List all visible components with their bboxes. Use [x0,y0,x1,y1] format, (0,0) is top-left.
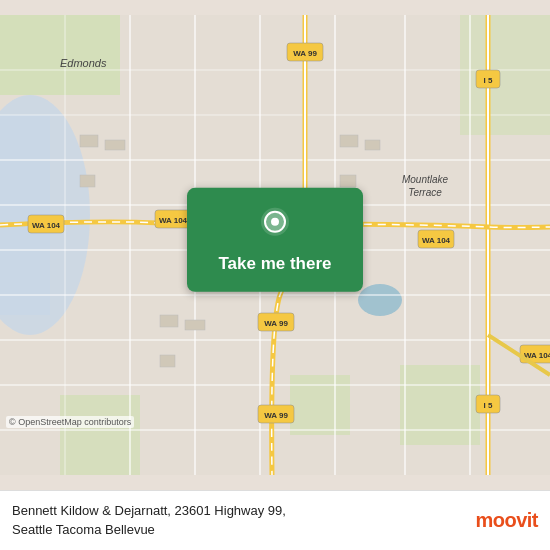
svg-rect-51 [80,135,98,147]
svg-text:I 5: I 5 [484,76,493,85]
svg-rect-58 [185,320,205,330]
moovit-logo-text: moovit [475,509,538,532]
app-container: WA 104 WA 104 WA 104 WA 99 WA 99 WA 99 I… [0,0,550,550]
svg-rect-57 [160,315,178,327]
svg-rect-6 [400,365,480,445]
svg-text:WA 104: WA 104 [32,221,61,230]
svg-text:WA 99: WA 99 [264,319,288,328]
svg-text:WA 99: WA 99 [264,411,288,420]
address-line2: Seattle Tacoma Bellevue [12,521,465,539]
moovit-logo: moovit [475,509,538,532]
svg-rect-7 [460,15,550,135]
map-copyright: © OpenStreetMap contributors [6,416,134,428]
info-bar: Bennett Kildow & Dejarnatt, 23601 Highwa… [0,490,550,550]
svg-rect-55 [365,140,380,150]
svg-text:I 5: I 5 [484,401,493,410]
svg-text:Edmonds: Edmonds [60,57,107,69]
svg-text:WA 104: WA 104 [159,216,188,225]
svg-text:WA 104: WA 104 [422,236,451,245]
svg-rect-53 [80,175,95,187]
svg-point-3 [358,284,402,316]
svg-rect-4 [0,15,120,95]
svg-rect-56 [340,175,356,187]
take-me-there-label: Take me there [218,254,331,274]
svg-text:Terrace: Terrace [408,187,442,198]
address-info: Bennett Kildow & Dejarnatt, 23601 Highwa… [12,502,465,538]
location-pin-icon [255,206,295,246]
svg-rect-59 [160,355,175,367]
svg-rect-8 [290,375,350,435]
take-me-there-button[interactable]: Take me there [187,188,363,292]
svg-rect-54 [340,135,358,147]
svg-text:Mountlake: Mountlake [402,174,449,185]
svg-text:WA 99: WA 99 [293,49,317,58]
svg-rect-52 [105,140,125,150]
svg-rect-5 [60,395,140,475]
map-area: WA 104 WA 104 WA 104 WA 99 WA 99 WA 99 I… [0,0,550,490]
address-line1: Bennett Kildow & Dejarnatt, 23601 Highwa… [12,502,465,520]
